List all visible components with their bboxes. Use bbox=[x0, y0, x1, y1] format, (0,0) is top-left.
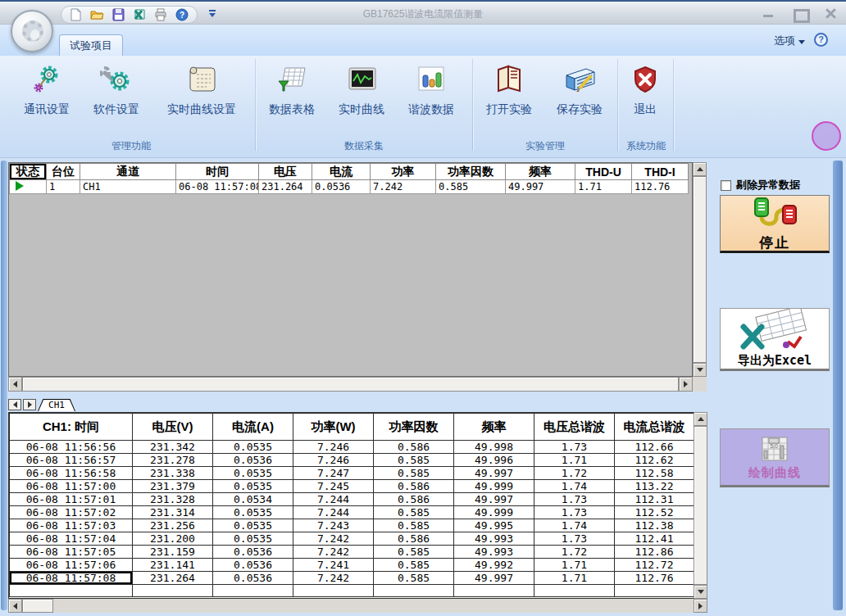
cell[interactable]: 7.246 bbox=[293, 441, 374, 454]
maximize-button[interactable] bbox=[790, 8, 808, 20]
cell[interactable]: 1.71 bbox=[534, 454, 615, 467]
cell[interactable]: 0.0535 bbox=[213, 480, 293, 493]
cell[interactable]: 231.278 bbox=[133, 454, 213, 467]
cell[interactable]: 1.73 bbox=[534, 441, 615, 454]
cell[interactable]: 0.585 bbox=[374, 454, 454, 467]
cell[interactable]: 49.999 bbox=[454, 480, 534, 493]
sheet-prev-icon[interactable] bbox=[8, 399, 21, 410]
realtime-curve-button[interactable]: 实时曲线 bbox=[329, 61, 394, 133]
cell[interactable]: 06-08 11:56:57 bbox=[10, 454, 133, 467]
table-row[interactable]: 06-08 11:57:03 231.256 0.0535 7.243 0.58… bbox=[10, 519, 694, 532]
sheet-next-icon[interactable] bbox=[23, 399, 36, 410]
cell[interactable]: 112.72 bbox=[615, 559, 694, 572]
cell[interactable]: 49.993 bbox=[454, 546, 534, 559]
cell[interactable]: 0.586 bbox=[374, 532, 454, 546]
cell[interactable]: 1.74 bbox=[534, 480, 615, 493]
cell[interactable]: 06-08 11:57:03 bbox=[10, 519, 133, 532]
cell[interactable]: 0.0535 bbox=[213, 467, 293, 480]
table-row[interactable]: 06-08 11:57:02 231.314 0.0535 7.244 0.58… bbox=[10, 506, 694, 519]
col-header-thd-i[interactable]: THD-I bbox=[632, 164, 689, 180]
scroll-down-icon[interactable] bbox=[694, 585, 707, 599]
cell[interactable]: 0.0535 bbox=[213, 519, 293, 532]
cell[interactable]: 112.52 bbox=[615, 506, 694, 519]
software-settings-button[interactable]: 软件设置 bbox=[84, 61, 149, 133]
exit-button[interactable]: 退出 bbox=[619, 61, 671, 133]
sheet-tab-ch1[interactable]: CH1 bbox=[38, 399, 75, 411]
cell[interactable]: 7.242 bbox=[293, 546, 374, 559]
cell[interactable]: 7.244 bbox=[293, 493, 374, 506]
cell[interactable]: 231.256 bbox=[133, 519, 213, 532]
cell[interactable]: 0.585 bbox=[374, 467, 454, 480]
thd-u-cell[interactable]: 1.71 bbox=[575, 180, 632, 194]
vscroll-thumb[interactable] bbox=[693, 176, 707, 363]
help-icon[interactable]: ? bbox=[814, 33, 828, 47]
realtime-curve-settings-button[interactable]: 实时曲线设置 bbox=[154, 61, 249, 133]
tab-test-project[interactable]: 试验项目 bbox=[59, 34, 123, 56]
minimize-button[interactable] bbox=[759, 8, 777, 20]
vscroll-thumb[interactable] bbox=[694, 426, 707, 585]
cell[interactable]: 49.992 bbox=[454, 559, 534, 572]
scroll-left-icon[interactable] bbox=[8, 377, 22, 392]
cell[interactable]: 0.585 bbox=[374, 572, 454, 585]
cell[interactable]: 112.62 bbox=[615, 454, 694, 467]
cell[interactable]: 231.338 bbox=[133, 467, 213, 480]
status-table-vscrollbar[interactable] bbox=[693, 162, 707, 377]
table-row[interactable]: 06-08 11:57:05 231.159 0.0536 7.242 0.58… bbox=[10, 546, 694, 559]
cell[interactable]: 0.0536 bbox=[213, 572, 293, 585]
cell[interactable]: 1.73 bbox=[534, 493, 615, 506]
col-header-frequency[interactable]: 频率 bbox=[506, 164, 575, 180]
stop-button[interactable]: 停止 bbox=[720, 195, 830, 253]
scroll-left-icon[interactable] bbox=[8, 599, 22, 613]
data-table-hscrollbar[interactable] bbox=[8, 599, 707, 613]
cell[interactable]: 7.241 bbox=[293, 559, 374, 572]
export-excel-button[interactable]: 导出为Excel bbox=[720, 308, 830, 371]
application-menu-button[interactable] bbox=[11, 10, 53, 52]
cell[interactable]: 112.41 bbox=[615, 532, 694, 546]
hscroll-thumb[interactable] bbox=[22, 377, 679, 392]
cell[interactable]: 49.998 bbox=[454, 441, 534, 454]
data-table-vscrollbar[interactable] bbox=[694, 412, 707, 599]
cell[interactable]: 7.242 bbox=[293, 572, 374, 585]
cell[interactable]: 112.66 bbox=[615, 441, 694, 454]
status-table-hscrollbar[interactable] bbox=[8, 377, 693, 392]
scroll-up-icon[interactable] bbox=[693, 162, 707, 176]
status-table-row[interactable]: 1 CH1 06-08 11:57:08 231.264 0.0536 7.24… bbox=[10, 180, 689, 194]
cell[interactable]: 7.242 bbox=[293, 532, 374, 546]
table-row[interactable]: 06-08 11:56:57 231.278 0.0536 7.246 0.58… bbox=[10, 454, 694, 467]
table-row[interactable]: 06-08 11:57:01 231.328 0.0534 7.244 0.58… bbox=[10, 493, 694, 506]
cell[interactable]: 0.586 bbox=[374, 441, 454, 454]
cell[interactable]: 1.73 bbox=[534, 532, 615, 546]
cell[interactable]: 06-08 11:57:02 bbox=[10, 506, 133, 519]
cell[interactable]: 112.31 bbox=[615, 493, 694, 506]
table-row[interactable]: 06-08 11:57:08 231.264 0.0536 7.242 0.58… bbox=[10, 572, 694, 585]
cell[interactable]: 49.997 bbox=[454, 493, 534, 506]
exclude-abnormal-checkbox[interactable] bbox=[721, 180, 731, 191]
draw-curve-button[interactable]: 5.0 绘制曲线 bbox=[720, 428, 830, 487]
scroll-right-icon[interactable] bbox=[679, 377, 693, 392]
cell[interactable]: 06-08 11:56:56 bbox=[10, 441, 133, 454]
cell[interactable]: 112.58 bbox=[615, 467, 694, 480]
cell[interactable]: 49.999 bbox=[454, 506, 534, 519]
cell[interactable]: 0.0535 bbox=[213, 441, 293, 454]
cell[interactable]: 06-08 11:57:01 bbox=[10, 493, 133, 506]
col-header-channel[interactable]: 通道 bbox=[80, 164, 176, 180]
cell[interactable]: 7.247 bbox=[293, 467, 374, 480]
cell[interactable]: 49.996 bbox=[454, 454, 534, 467]
frequency-cell[interactable]: 49.997 bbox=[506, 180, 575, 194]
cell[interactable]: 1.73 bbox=[534, 506, 615, 519]
cell[interactable]: 113.22 bbox=[615, 480, 694, 493]
cell[interactable]: 231.159 bbox=[133, 546, 213, 559]
cell[interactable]: 1.74 bbox=[534, 519, 615, 532]
time-cell[interactable]: 06-08 11:57:08 bbox=[176, 180, 259, 194]
cell[interactable]: 112.86 bbox=[615, 546, 694, 559]
col-header-current[interactable]: 电流 bbox=[312, 164, 371, 180]
scroll-up-icon[interactable] bbox=[694, 412, 707, 426]
thd-i-cell[interactable]: 112.76 bbox=[632, 180, 689, 194]
cell[interactable]: 231.314 bbox=[133, 506, 213, 519]
data-table-button[interactable]: 数据表格 bbox=[259, 61, 325, 133]
close-button[interactable] bbox=[821, 8, 839, 20]
power-factor-cell[interactable]: 0.585 bbox=[436, 180, 506, 194]
table-row[interactable]: 06-08 11:57:00 231.379 0.0535 7.245 0.58… bbox=[10, 480, 694, 493]
col-header-voltage[interactable]: 电压 bbox=[259, 164, 312, 180]
cell[interactable]: 231.141 bbox=[133, 559, 213, 572]
